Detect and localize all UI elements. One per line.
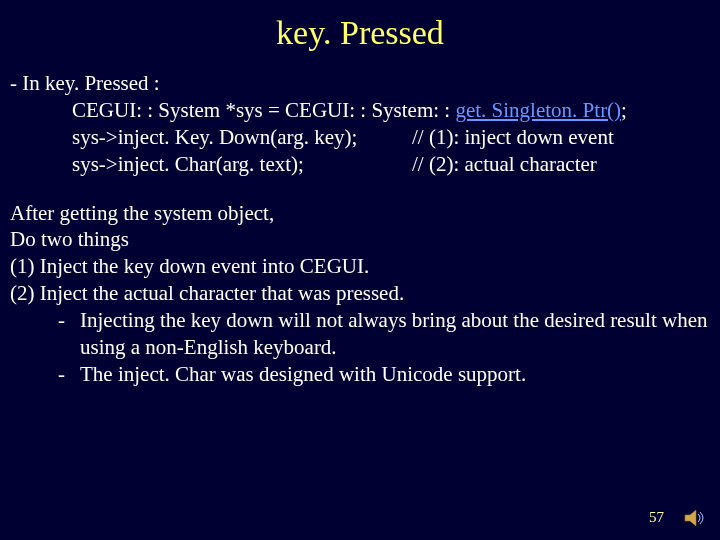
sub-text-1: Injecting the key down will not always b… [80, 307, 710, 361]
after-line-4: (2) Inject the actual character that was… [10, 280, 710, 307]
after-line-1: After getting the system object, [10, 200, 710, 227]
page-number: 57 [649, 509, 664, 526]
sub-point-2: - The inject. Char was designed with Uni… [10, 361, 710, 388]
sub-text-2: The inject. Char was designed with Unico… [80, 361, 710, 388]
spacer [10, 178, 710, 200]
after-line-3: (1) Inject the key down event into CEGUI… [10, 253, 710, 280]
code-l1-link[interactable]: get. Singleton. Ptr() [455, 98, 621, 122]
code-l2a: sys->inject. Key. Down(arg. key); [72, 124, 412, 151]
slide-body: - In key. Pressed : CEGUI: : System *sys… [0, 70, 720, 388]
code-l3b: // (2): actual character [412, 151, 597, 178]
dash-icon: - [10, 307, 80, 361]
slide: key. Pressed - In key. Pressed : CEGUI: … [0, 0, 720, 540]
code-l2b: // (1): inject down event [412, 124, 614, 151]
after-line-2: Do two things [10, 226, 710, 253]
code-line-1: CEGUI: : System *sys = CEGUI: : System: … [10, 97, 710, 124]
intro-line: - In key. Pressed : [10, 70, 710, 97]
speaker-icon[interactable] [682, 506, 706, 530]
slide-title: key. Pressed [0, 0, 720, 70]
code-l1c: ; [621, 98, 627, 122]
code-line-2: sys->inject. Key. Down(arg. key); // (1)… [10, 124, 710, 151]
dash-icon: - [10, 361, 80, 388]
code-l3a: sys->inject. Char(arg. text); [72, 151, 412, 178]
code-line-3: sys->inject. Char(arg. text); // (2): ac… [10, 151, 710, 178]
sub-point-1: - Injecting the key down will not always… [10, 307, 710, 361]
code-l1a: CEGUI: : System *sys = CEGUI: : System: … [72, 98, 455, 122]
